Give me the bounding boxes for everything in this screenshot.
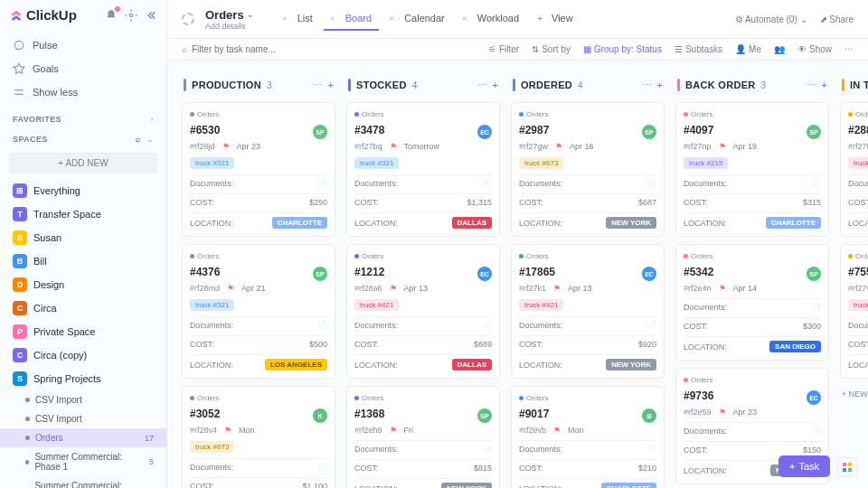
due-date[interactable]: Mon — [568, 426, 584, 435]
more-icon[interactable]: ⋯ — [477, 80, 487, 91]
truck-tag[interactable]: truck #421 — [848, 157, 868, 169]
space-item[interactable]: DDesign — [0, 273, 166, 296]
due-date[interactable]: Apr 14 — [733, 284, 758, 293]
list-item[interactable]: Summer Commercial: Phase 15 — [0, 447, 166, 476]
document-icon[interactable]: 📄 — [811, 179, 821, 188]
spaces-header[interactable]: SPACES⌕⌄ — [0, 127, 166, 147]
task-card[interactable]: Orders #3052 K #rf28v4⚑Mon truck #673 Do… — [182, 386, 335, 488]
due-date[interactable]: Apr 21 — [241, 284, 266, 293]
location-tag[interactable]: NEW YORK — [441, 483, 492, 488]
space-item[interactable]: BBill — [0, 249, 166, 273]
task-card[interactable]: Orders #17865 EC #rf27k1⚑Apr 13 truck #4… — [511, 244, 665, 379]
truck-tag[interactable]: truck #673 — [519, 157, 563, 169]
assignee-avatar[interactable]: SP — [807, 267, 821, 281]
flag-icon[interactable]: ⚑ — [222, 142, 230, 151]
filter-button[interactable]: ⚟ Filter — [488, 44, 519, 54]
logo[interactable]: ClickUp — [9, 7, 77, 23]
flag-icon[interactable]: ⚑ — [227, 284, 234, 293]
location-tag[interactable]: NEW YORK — [606, 359, 656, 371]
location-tag[interactable]: CHARLOTTE — [766, 217, 821, 229]
assignee-avatar[interactable]: SP — [313, 125, 327, 139]
space-item[interactable]: SSpring Projects — [0, 367, 166, 390]
space-item[interactable]: ⊞Everything — [0, 179, 166, 202]
automate-button[interactable]: ⚙ Automate (0) ⌄ — [735, 14, 807, 24]
task-card[interactable]: Orders #5342 SP #rf2e4n⚑Apr 14 Documents… — [675, 244, 829, 361]
due-date[interactable]: Apr 13 — [404, 284, 429, 293]
assignee-avatar[interactable]: EC — [477, 125, 492, 139]
assignee-avatar[interactable]: EC — [807, 390, 821, 405]
truck-tag[interactable]: truck #321 — [354, 157, 399, 169]
favorites-header[interactable]: FAVORITES› — [0, 108, 166, 127]
document-icon[interactable]: 📄 — [811, 303, 821, 312]
document-icon[interactable]: 📄 — [317, 321, 327, 330]
task-card[interactable]: Orders #3478 EC #rf27bq⚑Tomorrow truck #… — [346, 102, 500, 237]
flag-icon[interactable]: ⚑ — [719, 408, 726, 417]
task-card[interactable]: Orders #1212 EC #rf28a6⚑Apr 13 truck #42… — [346, 244, 500, 379]
truck-tag[interactable]: truck #421 — [354, 299, 399, 311]
list-item[interactable]: Orders17 — [0, 428, 166, 447]
document-icon[interactable]: 📄 — [482, 179, 492, 188]
due-date[interactable]: Apr 23 — [237, 142, 261, 151]
nav-goals[interactable]: Goals — [0, 57, 166, 80]
task-card[interactable]: Orders #6530 SP #rf28jd⚑Apr 23 truck #32… — [182, 102, 335, 237]
view-tab-calendar[interactable]: ▫Calendar — [382, 7, 452, 31]
due-date[interactable]: Apr 16 — [570, 142, 594, 151]
due-date[interactable]: Mon — [239, 426, 255, 435]
space-item[interactable]: SSusan — [0, 226, 166, 249]
location-tag[interactable]: SAN DIEGO — [769, 341, 821, 352]
due-date[interactable]: Tomorrow — [404, 142, 440, 151]
view-tab-board[interactable]: ▫Board — [324, 7, 379, 31]
more-icon[interactable]: ⋯ — [807, 80, 816, 91]
list-item[interactable]: Summer Commercial: Phase 25 — [0, 476, 166, 488]
assignee-avatar[interactable]: SP — [477, 408, 492, 423]
due-date[interactable]: Apr 13 — [568, 284, 592, 293]
truck-tag[interactable]: truck #421 — [848, 299, 868, 311]
flag-icon[interactable]: ⚑ — [553, 284, 561, 293]
assignee-avatar[interactable]: SP — [313, 267, 327, 281]
location-tag[interactable]: LOS ANGELES — [265, 359, 327, 371]
task-card[interactable]: Orders #2887 #rf27te⚑Fri truck #421 Docu… — [840, 102, 868, 237]
truck-tag[interactable]: truck #421 — [519, 299, 563, 311]
more-icon[interactable]: ⋯ — [313, 80, 323, 91]
nav-showless[interactable]: Show less — [0, 80, 166, 104]
task-card[interactable]: Orders #4097 SP #rf27np⚑Apr 19 truck #21… — [675, 102, 829, 237]
truck-tag[interactable]: truck #673 — [190, 441, 234, 453]
more-icon[interactable]: ⋯ — [844, 44, 854, 54]
list-item[interactable]: CSV Import — [0, 390, 166, 409]
assignee-avatar[interactable]: B — [642, 408, 656, 423]
subtasks-button[interactable]: ☰ Subtasks — [675, 44, 722, 54]
flag-icon[interactable]: ⚑ — [553, 426, 561, 435]
due-date[interactable]: Apr 19 — [733, 142, 758, 151]
add-card-button[interactable]: + — [328, 80, 334, 91]
page-title[interactable]: Orders ⌄ — [205, 8, 254, 22]
task-card[interactable]: Orders #9017 B #rf2evb⚑Mon Documents:📄 C… — [511, 386, 665, 488]
new-task-fab[interactable]: + Task — [778, 455, 830, 477]
apps-button[interactable] — [837, 457, 857, 477]
new-task-button[interactable]: + NEW TASK — [840, 386, 868, 402]
list-item[interactable]: CSV Import — [0, 409, 166, 428]
add-card-button[interactable]: + — [822, 80, 827, 91]
assignee-avatar[interactable]: EC — [477, 267, 492, 281]
task-card[interactable]: Orders #4376 SP #rf28md⚑Apr 21 truck #32… — [182, 244, 335, 379]
add-card-button[interactable]: + — [493, 80, 498, 91]
document-icon[interactable]: 📄 — [482, 445, 492, 454]
assignee-avatar[interactable]: K — [313, 408, 327, 423]
nav-pulse[interactable]: Pulse — [0, 33, 166, 57]
flag-icon[interactable]: ⚑ — [719, 284, 726, 293]
document-icon[interactable]: 📄 — [646, 321, 656, 330]
add-new-button[interactable]: + ADD NEW — [9, 153, 157, 174]
view-tab-list[interactable]: ▫List — [276, 7, 320, 31]
assignee-avatar[interactable]: SP — [807, 125, 821, 139]
task-card[interactable]: Orders #2987 SP #rf27gw⚑Apr 16 truck #67… — [511, 102, 665, 237]
flag-icon[interactable]: ⚑ — [719, 142, 726, 151]
location-tag[interactable]: DALLAS — [452, 359, 492, 371]
truck-tag[interactable]: truck #321 — [190, 157, 234, 169]
document-icon[interactable]: 📄 — [646, 179, 656, 188]
space-item[interactable]: CCirca — [0, 296, 166, 320]
flag-icon[interactable]: ⚑ — [390, 426, 397, 435]
space-item[interactable]: PPrivate Space — [0, 320, 166, 343]
flag-icon[interactable]: ⚑ — [390, 284, 397, 293]
due-date[interactable]: Apr 23 — [733, 408, 758, 417]
search-input[interactable]: ⌕ — [182, 44, 479, 54]
share-button[interactable]: ⬈ Share — [820, 14, 854, 24]
